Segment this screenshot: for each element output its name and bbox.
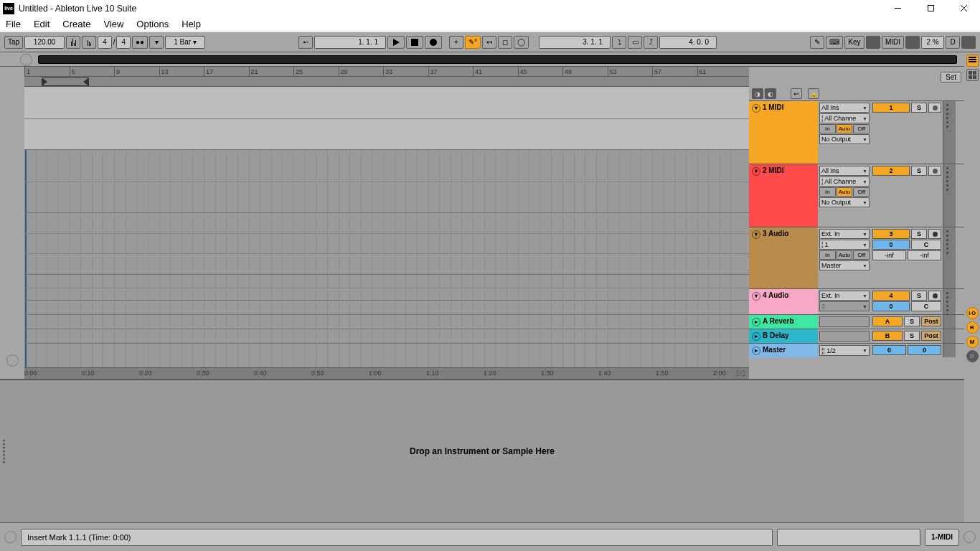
io-selector[interactable]: 2▼ bbox=[819, 301, 870, 311]
io-section-toggle[interactable]: I-O bbox=[966, 307, 979, 319]
overdub-button[interactable]: + bbox=[449, 36, 463, 49]
track-title[interactable]: ▾1 MIDI bbox=[749, 101, 818, 164]
overview-toggle-icon[interactable] bbox=[20, 54, 32, 66]
solo-button[interactable]: S bbox=[911, 166, 927, 176]
return-post[interactable]: Post bbox=[921, 331, 941, 341]
fold-icon[interactable]: ▾ bbox=[752, 167, 760, 176]
delay-section-toggle[interactable]: D bbox=[966, 350, 979, 362]
tap-tempo-button[interactable]: Tap bbox=[4, 36, 23, 49]
record-button[interactable] bbox=[425, 36, 442, 49]
io-selector[interactable]: All Ins▼ bbox=[819, 103, 870, 113]
send-value[interactable]: 0 bbox=[872, 301, 910, 311]
pan-value[interactable]: C bbox=[911, 240, 941, 250]
arrangement-view-selector[interactable] bbox=[966, 55, 979, 67]
solo-button[interactable]: S bbox=[911, 103, 927, 113]
return-title[interactable]: ▸B Delay bbox=[749, 329, 818, 343]
loop-start-field[interactable]: 3. 1. 1 bbox=[539, 36, 611, 49]
device-drop-area[interactable]: Drop an Instrument or Sample Here bbox=[0, 379, 964, 522]
track-activator[interactable]: 1 bbox=[872, 103, 910, 113]
monitor-off-button[interactable]: Off bbox=[853, 124, 870, 133]
return-activator[interactable]: B bbox=[872, 331, 903, 341]
arm-button[interactable] bbox=[928, 166, 941, 176]
send-value[interactable]: 0 bbox=[872, 240, 910, 250]
back-to-arrangement-icon[interactable]: ↩ bbox=[791, 88, 802, 99]
track-lane[interactable] bbox=[24, 213, 749, 275]
prev-locator-icon[interactable]: ◐ bbox=[765, 88, 776, 99]
track-lane[interactable] bbox=[24, 275, 749, 301]
time-sig-den[interactable]: 4 bbox=[116, 36, 131, 49]
follow-button[interactable]: ➵ bbox=[298, 36, 313, 49]
play-icon[interactable]: ▸ bbox=[752, 347, 760, 355]
arrangement-timeline[interactable]: 15913172125293337414549535761 1/1 0:000:… bbox=[0, 67, 749, 379]
disk-overload-indicator[interactable]: D bbox=[946, 36, 960, 49]
key-map-button[interactable]: Key bbox=[844, 36, 864, 49]
menu-create[interactable]: Create bbox=[62, 19, 90, 29]
arm-button[interactable] bbox=[928, 291, 941, 301]
track-activator[interactable]: 3 bbox=[872, 229, 910, 239]
io-selector[interactable]: ¦ All Channe▼ bbox=[819, 113, 870, 123]
returns-section-toggle[interactable]: R bbox=[966, 321, 979, 334]
nudge-down-icon[interactable] bbox=[82, 36, 96, 49]
track-title[interactable]: ▾4 Audio bbox=[749, 289, 818, 314]
track-lane[interactable] bbox=[24, 329, 749, 344]
track-title[interactable]: ▾2 MIDI bbox=[749, 164, 818, 227]
return-activator[interactable]: A bbox=[872, 316, 903, 326]
play-button[interactable] bbox=[387, 36, 405, 49]
menu-edit[interactable]: Edit bbox=[34, 19, 50, 29]
io-selector[interactable]: Ext. In▼ bbox=[819, 291, 870, 301]
track-lanes[interactable] bbox=[24, 87, 749, 367]
fold-icon[interactable]: ▾ bbox=[752, 292, 760, 301]
io-selector[interactable]: No Output▼ bbox=[819, 197, 870, 207]
play-icon[interactable]: ▸ bbox=[752, 332, 760, 341]
track-lane[interactable] bbox=[24, 87, 749, 150]
track-lane[interactable] bbox=[24, 315, 749, 329]
return-solo[interactable]: S bbox=[904, 316, 920, 326]
close-button[interactable] bbox=[947, 0, 980, 17]
track-lane[interactable] bbox=[24, 150, 749, 213]
io-selector[interactable]: Master▼ bbox=[819, 260, 870, 270]
tempo-field[interactable]: 120.00 bbox=[24, 36, 65, 49]
arrangement-overview[interactable] bbox=[38, 55, 957, 64]
menu-help[interactable]: Help bbox=[182, 19, 201, 29]
return-post[interactable]: Post bbox=[921, 316, 941, 326]
monitor-off-button[interactable]: Off bbox=[853, 187, 870, 197]
loop-brace-row[interactable] bbox=[24, 77, 749, 87]
status-track-selector[interactable]: 1-MIDI bbox=[925, 529, 959, 546]
monitor-auto-button[interactable]: Auto bbox=[837, 187, 853, 197]
loop-switch[interactable]: ▭ bbox=[628, 36, 642, 49]
arm-button[interactable] bbox=[928, 103, 941, 113]
monitor-auto-button[interactable]: Auto bbox=[837, 124, 853, 133]
fold-icon[interactable]: ▾ bbox=[752, 104, 760, 113]
session-view-selector[interactable] bbox=[966, 69, 979, 81]
return-io[interactable] bbox=[819, 331, 870, 342]
send-a-value[interactable]: -inf bbox=[872, 250, 906, 260]
menu-view[interactable]: View bbox=[103, 19, 123, 29]
status-detail-toggle-icon[interactable] bbox=[963, 531, 976, 543]
io-selector[interactable]: Ext. In▼ bbox=[819, 229, 870, 239]
return-solo[interactable]: S bbox=[904, 331, 920, 341]
pan-value[interactable]: C bbox=[911, 301, 941, 311]
session-record-button[interactable]: ◯ bbox=[514, 36, 529, 49]
bar-ruler[interactable]: 15913172125293337414549535761 bbox=[24, 67, 749, 77]
io-selector[interactable]: No Output▼ bbox=[819, 134, 870, 144]
solo-button[interactable]: S bbox=[911, 291, 927, 301]
monitor-in-button[interactable]: In bbox=[819, 124, 836, 133]
computer-midi-keyboard-icon[interactable]: ⌨ bbox=[826, 36, 843, 49]
seconds-ruler[interactable]: 1/1 0:000:100:200:300:400:501:001:101:20… bbox=[24, 367, 749, 379]
send-b-value[interactable]: -inf bbox=[908, 250, 941, 260]
return-io[interactable] bbox=[819, 316, 870, 327]
loop-brace[interactable] bbox=[42, 77, 89, 86]
arrangement-position[interactable]: 1. 1. 1 bbox=[314, 36, 386, 49]
track-title[interactable]: ▾3 Audio bbox=[749, 227, 818, 288]
io-selector[interactable]: All Ins▼ bbox=[819, 166, 870, 176]
set-button[interactable]: Set bbox=[941, 72, 961, 83]
add-locator-icon[interactable]: ◑ bbox=[752, 88, 763, 99]
arm-button[interactable] bbox=[928, 229, 941, 239]
io-selector[interactable]: ¦ 1▼ bbox=[819, 240, 870, 250]
master-out-selector[interactable]: ¦¦ 1/2▼ bbox=[819, 345, 870, 356]
io-selector[interactable]: ¦ All Channe▼ bbox=[819, 176, 870, 187]
time-sig-num[interactable]: 4 bbox=[98, 36, 112, 49]
track-activator[interactable]: 2 bbox=[872, 166, 910, 176]
menu-options[interactable]: Options bbox=[136, 19, 169, 29]
fold-icon[interactable]: ▾ bbox=[752, 230, 760, 239]
